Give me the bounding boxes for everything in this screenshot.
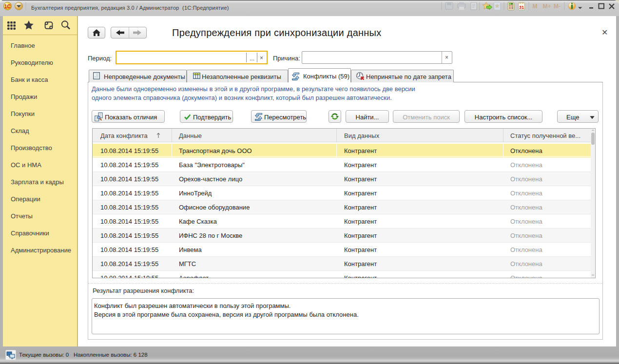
svg-text:M-: M- — [554, 3, 561, 10]
svg-text:1C: 1C — [4, 3, 11, 9]
svg-text:M+: M+ — [543, 3, 551, 10]
svg-text:31: 31 — [519, 4, 524, 10]
svg-text:M: M — [533, 3, 538, 10]
